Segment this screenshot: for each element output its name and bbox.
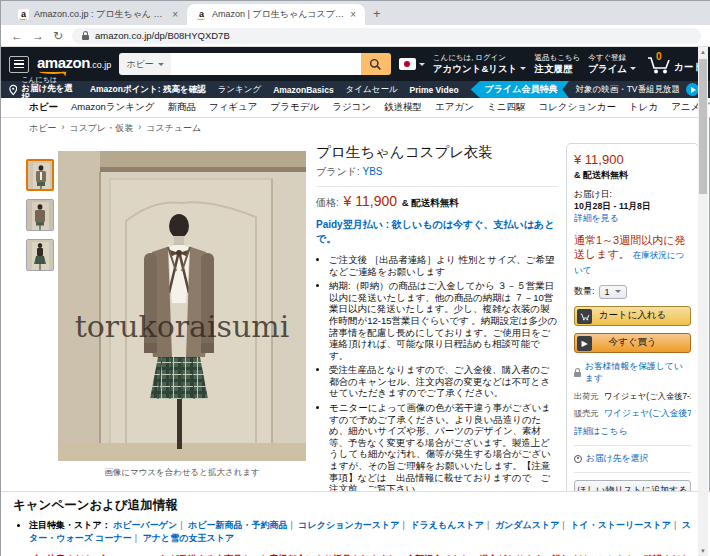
deliver-to-link[interactable]: お届け先を選択 [586, 453, 648, 465]
scroll-down-arrow[interactable]: ▼ [698, 546, 708, 556]
buybox-shipping: & 配送料無料 [574, 169, 691, 182]
url-field[interactable]: amazon.co.jp/dp/B08HYQXD7B [72, 28, 701, 44]
prime-benefits-banner[interactable]: プライム会員特典 対象の映画・TV番組見放題 [471, 81, 703, 98]
delivery-details-link[interactable]: 詳細を見る [574, 213, 618, 223]
separator: | [402, 520, 404, 530]
nav-amazon-ranking[interactable]: Amazonランキング [71, 101, 154, 114]
product-title: プロ生ちゃんコスプレ衣装 [316, 143, 558, 161]
add-to-cart-label: カートに入れる [599, 309, 667, 322]
bullet-item: ご注文後 ［出品者連絡］より 性別とサイズ、ご希望などご連絡をお願いします [329, 254, 558, 277]
campaign-heading: キャンペーンおよび追加情報 [13, 497, 699, 514]
search-input[interactable] [171, 53, 361, 75]
nav-amazonbasics[interactable]: AmazonBasics [273, 85, 333, 95]
lock-icon [574, 372, 581, 377]
nav-plamodel[interactable]: プラモデル [271, 101, 320, 114]
close-icon[interactable]: × [350, 9, 356, 20]
hobby-category-nav: ホビー Amazonランキング 新商品 フィギュア プラモデル ラジコン 鉄道模… [1, 98, 710, 118]
quantity-select[interactable]: 1 [599, 285, 627, 299]
buybox-price: ¥ 11,900 [574, 152, 691, 167]
product-price: ¥ 11,900 [344, 193, 397, 209]
buy-box: ¥ 11,900 & 配送料無料 お届け日: 10月28日 - 11月8日 詳細… [566, 143, 699, 510]
japan-flag-icon [399, 58, 416, 70]
prime-menu[interactable]: 今すぐ登録 プライム [588, 53, 636, 74]
breadcrumb-hobby[interactable]: ホビー [29, 122, 56, 135]
prime-label: プライム [588, 63, 627, 75]
store-link-frozen[interactable]: アナと雪の女王ストア [143, 533, 234, 543]
thumbnail-skirt[interactable] [26, 239, 54, 271]
nav-collection-car[interactable]: コレクションカー [538, 101, 616, 114]
nav-airgun[interactable]: エアガン [435, 101, 474, 114]
greeting-text: こんにちは, ログイン [433, 53, 527, 62]
lock-icon [82, 35, 89, 40]
nav-timesale[interactable]: タイムセール [346, 84, 398, 96]
tab-amazon-search[interactable]: a Amazon.co.jp : プロ生ちゃん 衣装 × [9, 4, 187, 25]
divider [316, 186, 558, 187]
brand-link[interactable]: YBS [363, 166, 383, 177]
store-link-gundam[interactable]: ガンダムストア [495, 520, 559, 530]
close-icon[interactable]: × [172, 9, 178, 20]
seller-details-link[interactable]: 詳細はこちら [574, 426, 628, 436]
amazon-logo[interactable]: amazon.co.jp [37, 55, 111, 74]
nav-railway[interactable]: 鉄道模型 [384, 101, 422, 114]
scrollbar[interactable]: ▲ ▼ [698, 47, 708, 556]
separator: | [674, 520, 676, 530]
hamburger-menu-icon[interactable] [9, 56, 29, 73]
store-link-doraemon[interactable]: ドラえもんストア [410, 520, 484, 530]
nav-ranking[interactable]: ランキング [218, 84, 262, 96]
forward-icon[interactable]: → [32, 30, 44, 42]
tab-title: Amazon.co.jp : プロ生ちゃん 衣装 [34, 8, 167, 21]
reload-icon[interactable]: ↻ [53, 30, 63, 42]
deliver-to-selector[interactable]: お届け先を選択 [574, 453, 691, 465]
nav-mini4wd[interactable]: ミニ四駆 [487, 101, 525, 114]
add-to-cart-button[interactable]: カートに入れる [574, 306, 691, 326]
orders-menu[interactable]: 返品もこちら 注文履歴 [534, 53, 580, 74]
amazon-header: amazon.co.jp ホビー こんにちは, ログイン アカウント&リスト [1, 47, 710, 81]
nav-prime-video[interactable]: Prime Video [410, 85, 459, 95]
search-category-dropdown[interactable]: ホビー [119, 53, 170, 75]
search-icon [369, 58, 382, 71]
product-image[interactable]: torukoraisumi [58, 151, 306, 461]
play-icon: ▶ [577, 336, 592, 351]
scrollbar-thumb[interactable] [699, 59, 707, 194]
nav-rc[interactable]: ラジコン [332, 101, 371, 114]
nav-figures[interactable]: フィギュア [209, 101, 258, 114]
store-link-toy-story[interactable]: トイ・ストーリーストア [570, 520, 671, 530]
nav-tcg[interactable]: トレカ [629, 101, 658, 114]
locale-selector[interactable] [399, 58, 425, 70]
thumbnail-front-selected[interactable] [26, 159, 54, 191]
orders-label: 注文履歴 [534, 63, 580, 75]
register-text: 今すぐ登録 [588, 53, 636, 62]
thumbnail-back[interactable] [26, 199, 54, 231]
chevron-down-icon [630, 67, 636, 73]
ships-from-label: 出荷元 [574, 391, 599, 402]
nav-amazon-points[interactable]: Amazonポイント: 残高を確認 [90, 84, 206, 96]
search-box: ホビー [119, 53, 390, 75]
breadcrumb-costume[interactable]: コスチューム [146, 122, 201, 135]
nav-hobby[interactable]: ホビー [29, 101, 58, 114]
store-link-hobby-new[interactable]: ホビー新商品・予約商品 [188, 520, 287, 530]
breadcrumb-cosplay[interactable]: コスプレ・仮装 [69, 122, 133, 135]
back-icon[interactable]: ← [11, 30, 23, 42]
buy-now-button[interactable]: ▶ 今すぐ買う [574, 333, 691, 353]
search-button[interactable] [361, 53, 391, 75]
location-pin-icon [574, 455, 582, 463]
store-link-hobby-bargain[interactable]: ホビーバーゲン [113, 520, 177, 530]
nav-new-items[interactable]: 新商品 [167, 101, 196, 114]
prime-ribbon: プライム会員特典 [471, 81, 570, 99]
cart-icon [577, 309, 592, 324]
featured-label: 注目特集・ストア： [29, 520, 111, 530]
cart-button[interactable]: 0 カート [646, 53, 703, 75]
returns-text: 返品もこちら [534, 53, 580, 62]
campaign-section: キャンペーンおよび追加情報 注目特集・ストア： ホビーバーゲン| ホビー新商品・… [1, 491, 710, 556]
privacy-link[interactable]: お客様情報を保護しています [585, 361, 691, 385]
account-label: アカウント&リスト [433, 63, 518, 75]
account-menu[interactable]: こんにちは, ログイン アカウント&リスト [433, 53, 527, 74]
url-text: amazon.co.jp/dp/B08HYQXD7B [95, 30, 230, 41]
sold-by-link[interactable]: ワイジェヤ(ご入金後7-1… [604, 408, 691, 420]
store-link-collection-car[interactable]: コレクションカーストア [298, 520, 399, 530]
scroll-up-arrow[interactable]: ▲ [698, 47, 708, 57]
tab-product-page[interactable]: a Amazon | プロ生ちゃんコスプレ衣装 × [187, 4, 365, 25]
new-tab-button[interactable]: + [373, 6, 381, 21]
browser-window: a Amazon.co.jp : プロ生ちゃん 衣装 × a Amazon | … [0, 0, 710, 556]
paidy-link[interactable]: Paidy翌月払い : 欲しいものは今すぐ、支払いはあとで。 [316, 218, 558, 246]
